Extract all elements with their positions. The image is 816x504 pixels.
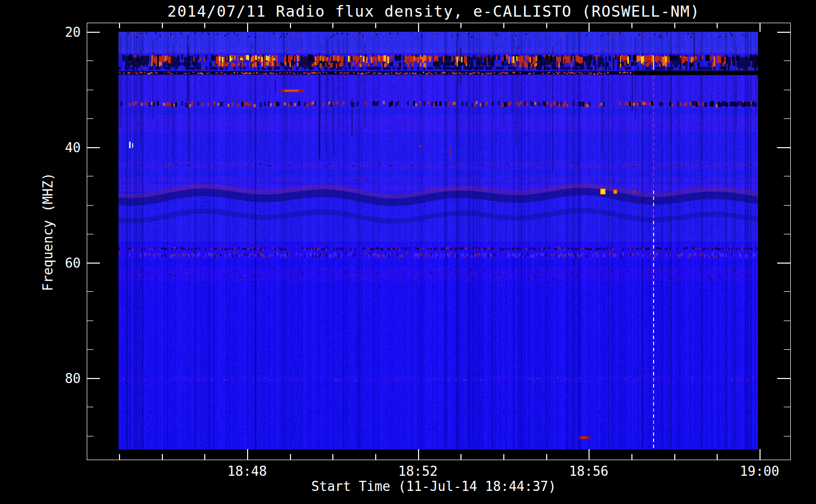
x-tick-minor (119, 23, 120, 28)
x-tick-minor (332, 23, 333, 28)
y-tick-minor (87, 205, 93, 206)
y-tick-minor (784, 118, 790, 119)
x-tick-minor (204, 454, 205, 460)
x-tick-major (589, 449, 590, 460)
x-tick-minor (332, 454, 333, 460)
x-tick-minor (460, 23, 461, 28)
y-tick-minor (784, 234, 790, 234)
x-tick-minor (375, 454, 376, 460)
y-tick-label: 40 (45, 140, 81, 155)
x-tick-minor (674, 23, 675, 28)
x-tick-minor (204, 23, 205, 28)
y-tick-minor (784, 205, 790, 206)
x-tick-minor (503, 23, 504, 28)
y-tick-minor (784, 176, 790, 176)
y-tick-major (87, 378, 100, 379)
y-tick-major (777, 147, 790, 148)
spectrogram-plot: 2014/07/11 Radio flux density, e-CALLIST… (0, 0, 816, 504)
y-tick-label: 60 (45, 256, 81, 271)
y-tick-major (87, 263, 100, 264)
x-tick-major (760, 23, 761, 32)
y-axis-label: Frequency (MHZ) (40, 173, 55, 291)
y-tick-major (777, 263, 790, 264)
y-tick-label: 20 (45, 25, 81, 40)
x-tick-minor (119, 454, 120, 460)
x-tick-minor (375, 23, 376, 28)
x-tick-minor (460, 454, 461, 460)
x-tick-minor (546, 454, 547, 460)
y-tick-minor (87, 291, 93, 292)
plot-frame (87, 23, 791, 460)
y-tick-major (777, 32, 790, 33)
x-axis-label: Start Time (11-Jul-14 18:44:37) (311, 479, 556, 494)
y-tick-minor (87, 60, 93, 61)
x-tick-minor (546, 23, 547, 28)
y-tick-minor (87, 321, 93, 321)
y-tick-minor (784, 90, 790, 90)
y-tick-minor (87, 176, 93, 176)
x-tick-minor (674, 454, 675, 460)
plot-title: 2014/07/11 Radio flux density, e-CALLIST… (167, 3, 700, 20)
y-tick-minor (784, 436, 790, 436)
y-tick-minor (87, 436, 93, 436)
x-tick-label: 18:52 (388, 464, 448, 479)
x-tick-minor (631, 454, 632, 460)
x-tick-major (418, 23, 419, 32)
y-tick-minor (784, 291, 790, 292)
x-tick-minor (631, 23, 632, 28)
x-tick-major (247, 23, 248, 32)
y-tick-minor (87, 118, 93, 119)
y-tick-minor (87, 407, 93, 407)
x-tick-minor (717, 23, 718, 28)
x-tick-minor (162, 454, 163, 460)
x-tick-minor (717, 454, 718, 460)
x-tick-major (247, 449, 248, 460)
x-tick-major (589, 23, 590, 32)
y-tick-minor (87, 234, 93, 234)
x-tick-minor (290, 23, 291, 28)
x-tick-minor (503, 454, 504, 460)
y-tick-minor (87, 90, 93, 90)
x-tick-major (418, 449, 419, 460)
y-tick-major (87, 147, 100, 148)
x-tick-minor (162, 23, 163, 28)
y-tick-major (87, 32, 100, 33)
x-tick-major (760, 449, 761, 460)
y-tick-minor (784, 321, 790, 321)
y-tick-minor (784, 60, 790, 61)
x-tick-label: 18:56 (558, 464, 619, 479)
x-tick-minor (290, 454, 291, 460)
x-tick-label: 18:48 (217, 464, 277, 479)
x-tick-label: 19:00 (729, 464, 790, 479)
y-tick-minor (87, 349, 93, 350)
y-tick-label: 80 (45, 371, 81, 386)
y-tick-major (777, 378, 790, 379)
y-tick-minor (784, 407, 790, 407)
y-tick-minor (784, 349, 790, 350)
